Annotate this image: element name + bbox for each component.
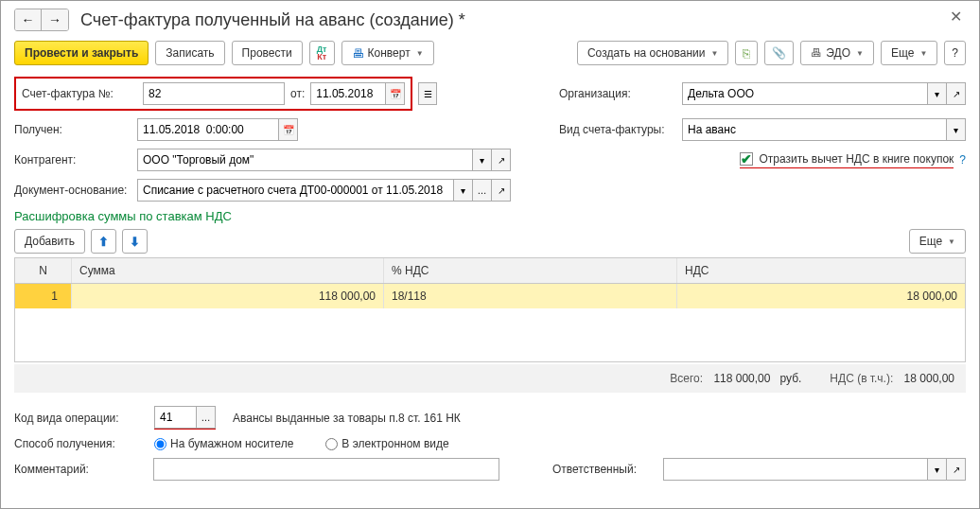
help-link[interactable]: ? bbox=[959, 153, 966, 167]
help-button[interactable]: ? bbox=[944, 41, 966, 65]
move-down-button[interactable]: ⬇ bbox=[122, 229, 148, 254]
number-input[interactable] bbox=[143, 82, 285, 105]
edo-button[interactable]: 🖷 ЭДО ▼ bbox=[800, 41, 874, 65]
number-label: Счет-фактура №: bbox=[22, 87, 137, 100]
radio-paper[interactable]: На бумажном носителе bbox=[154, 437, 293, 450]
receive-label: Способ получения: bbox=[14, 437, 137, 450]
basis-label: Документ-основание: bbox=[14, 184, 137, 197]
vat-check-label: Отразить вычет НДС в книге покупок bbox=[759, 152, 954, 166]
caret-icon: ▼ bbox=[710, 49, 718, 58]
vat-deduct-check[interactable]: ✔ Отразить вычет НДС в книге покупок bbox=[740, 152, 954, 168]
tree-icon: ⎘ bbox=[743, 46, 750, 61]
open-icon[interactable]: ↗ bbox=[492, 179, 511, 202]
grid-header: N Сумма % НДС НДС bbox=[15, 258, 965, 284]
add-button[interactable]: Добавить bbox=[14, 229, 85, 254]
cell-n[interactable]: 1 bbox=[15, 284, 72, 308]
total-label: Всего: bbox=[670, 372, 703, 385]
op-code-input[interactable] bbox=[154, 406, 197, 429]
attach-button[interactable]: 📎 bbox=[764, 41, 794, 65]
responsible-input[interactable] bbox=[663, 458, 928, 481]
table-row[interactable]: 1 118 000,00 18/118 18 000,00 bbox=[15, 284, 965, 308]
post-and-close-button[interactable]: Провести и закрыть bbox=[14, 41, 149, 65]
table-more-button[interactable]: Еще ▼ bbox=[909, 229, 966, 254]
vat-total-label: НДС (в т.ч.): bbox=[830, 372, 893, 385]
edo-icon: 🖷 bbox=[811, 46, 822, 60]
counterparty-input[interactable] bbox=[137, 149, 473, 171]
dropdown-icon[interactable]: ▾ bbox=[947, 118, 966, 141]
dropdown-icon[interactable]: ▾ bbox=[454, 179, 473, 202]
col-pct[interactable]: % НДС bbox=[384, 258, 677, 283]
print-label: Конверт bbox=[368, 46, 411, 60]
radio-paper-input[interactable] bbox=[154, 438, 166, 450]
more-button[interactable]: Еще ▼ bbox=[881, 41, 937, 65]
window: ✕ ← → Счет-фактура полученный на аванс (… bbox=[0, 0, 980, 509]
responsible-label: Ответственный: bbox=[552, 463, 646, 476]
move-up-button[interactable]: ⬆ bbox=[91, 229, 116, 254]
comment-label: Комментарий: bbox=[14, 463, 136, 476]
calendar-icon[interactable]: 📅 bbox=[279, 118, 298, 141]
more-label: Еще bbox=[891, 46, 914, 60]
received-label: Получен: bbox=[14, 123, 137, 136]
col-sum[interactable]: Сумма bbox=[72, 258, 384, 283]
open-icon[interactable]: ↗ bbox=[492, 149, 511, 171]
totals-bar: Всего: 118 000,00 руб. НДС (в т.ч.): 18 … bbox=[14, 364, 966, 393]
op-code-desc: Авансы выданные за товары п.8 ст. 161 НК bbox=[233, 412, 461, 425]
ellipsis-icon[interactable]: … bbox=[473, 179, 492, 202]
caret-icon: ▼ bbox=[948, 237, 955, 246]
forward-button[interactable]: → bbox=[42, 9, 68, 30]
titlebar: ← → Счет-фактура полученный на аванс (со… bbox=[14, 9, 966, 31]
create-based-button[interactable]: Создать на основании ▼ bbox=[577, 41, 728, 65]
back-button[interactable]: ← bbox=[15, 9, 42, 30]
dropdown-icon[interactable]: ▾ bbox=[928, 82, 947, 105]
structure-button[interactable]: ⎘ bbox=[735, 41, 758, 65]
org-input[interactable] bbox=[682, 82, 928, 105]
create-based-label: Создать на основании bbox=[587, 46, 706, 60]
ellipsis-icon[interactable]: … bbox=[197, 406, 216, 429]
clip-icon: 📎 bbox=[772, 46, 786, 60]
col-vat[interactable]: НДС bbox=[677, 258, 965, 283]
radio-electronic[interactable]: В электронном виде bbox=[325, 437, 448, 450]
from-date-input[interactable] bbox=[310, 82, 386, 105]
col-n[interactable]: N bbox=[15, 258, 72, 283]
dtkt-icon: ДтКт bbox=[317, 45, 327, 61]
nav-buttons: ← → bbox=[14, 9, 69, 31]
counterparty-label: Контрагент: bbox=[14, 153, 137, 167]
currency: руб. bbox=[779, 372, 801, 385]
calendar-icon[interactable]: 📅 bbox=[386, 82, 405, 105]
radio-electronic-label: В электронном виде bbox=[341, 437, 448, 450]
write-button[interactable]: Записать bbox=[155, 41, 224, 65]
check-icon: ✔ bbox=[740, 152, 753, 166]
toolbar: Провести и закрыть Записать Провести ДтК… bbox=[14, 41, 966, 65]
vat-grid: N Сумма % НДС НДС 1 118 000,00 18/118 18… bbox=[14, 257, 966, 362]
print-button[interactable]: 🖶 Конверт ▼ bbox=[341, 41, 434, 65]
cell-pct[interactable]: 18/118 bbox=[384, 284, 677, 308]
cell-sum[interactable]: 118 000,00 bbox=[72, 284, 384, 308]
radio-electronic-input[interactable] bbox=[325, 438, 338, 450]
section-title: Расшифровка суммы по ставкам НДС bbox=[14, 209, 966, 223]
table-more-label: Еще bbox=[919, 235, 942, 248]
dtkt-button[interactable]: ДтКт bbox=[309, 41, 335, 65]
post-button[interactable]: Провести bbox=[232, 41, 303, 65]
dropdown-icon[interactable]: ▾ bbox=[928, 458, 947, 481]
close-icon[interactable]: ✕ bbox=[944, 7, 968, 26]
kind-input[interactable] bbox=[682, 118, 947, 141]
comment-input[interactable] bbox=[153, 458, 499, 481]
dropdown-icon[interactable]: ▾ bbox=[473, 149, 492, 171]
vat-total-value: 18 000,00 bbox=[904, 372, 954, 385]
print-icon: 🖶 bbox=[352, 46, 364, 61]
basis-input[interactable] bbox=[137, 179, 454, 202]
total-value: 118 000,00 bbox=[713, 372, 770, 385]
arrow-down-icon: ⬇ bbox=[130, 235, 140, 249]
caret-icon: ▼ bbox=[919, 49, 927, 58]
open-icon[interactable]: ↗ bbox=[947, 458, 966, 481]
kind-label: Вид счета-фактуры: bbox=[559, 123, 682, 136]
caret-icon: ▼ bbox=[856, 49, 864, 58]
list-icon[interactable]: ☰ bbox=[418, 82, 437, 105]
cell-vat[interactable]: 18 000,00 bbox=[677, 284, 965, 308]
from-label: от: bbox=[290, 87, 305, 100]
open-icon[interactable]: ↗ bbox=[947, 82, 966, 105]
page-title: Счет-фактура полученный на аванс (создан… bbox=[80, 10, 465, 30]
radio-paper-label: На бумажном носителе bbox=[170, 437, 293, 450]
received-input[interactable] bbox=[137, 118, 279, 141]
arrow-up-icon: ⬆ bbox=[98, 235, 109, 249]
